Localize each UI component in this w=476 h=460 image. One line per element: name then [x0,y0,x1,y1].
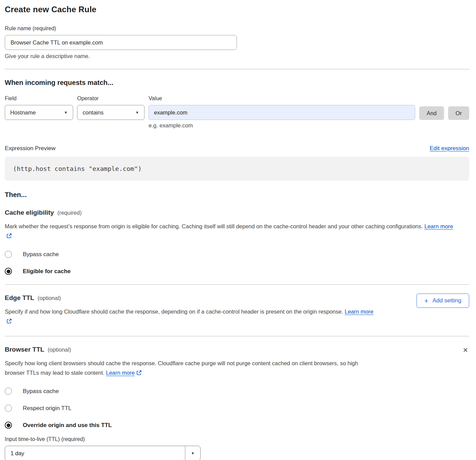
match-condition-row: Field Hostname ▼ Operator contains ▼ Val… [5,95,469,120]
cache-eligibility-required-tag: (required) [57,210,82,216]
radio-button-icon[interactable] [5,405,12,412]
browser-ttl-description-text: Specify how long client browsers should … [5,360,358,376]
radio-option-label: Bypass cache [23,251,59,258]
radio-option-label: Bypass cache [23,388,59,395]
section-divider [5,69,469,69]
browser-ttl-learn-more-link[interactable]: Learn more [106,370,135,376]
cache-eligibility-description-text: Mark whether the request’s response from… [5,223,423,229]
radio-option-bypass-cache[interactable]: Bypass cache [5,388,469,395]
operator-label: Operator [77,95,144,102]
radio-button-selected-icon[interactable] [5,422,12,429]
value-helper: e.g. example.com [149,122,469,129]
match-heading: When incoming requests match... [5,79,469,87]
rule-name-input[interactable] [5,35,237,50]
external-link-icon [6,232,12,241]
cache-eligibility-radio-group: Bypass cache Eligible for cache [5,251,469,275]
external-link-icon [6,317,12,326]
edge-ttl-description-text: Specify if and how long Cloudflare shoul… [5,308,343,315]
ttl-label: Input time-to-live (TTL) (required) [5,436,469,442]
operator-select-value: contains [83,109,103,116]
field-label: Field [5,95,73,102]
ttl-select-value: 1 day [5,446,185,460]
section-divider [5,336,469,336]
chevron-down-icon: ▼ [64,111,68,114]
edge-ttl-description: Specify if and how long Cloudflare shoul… [5,307,380,326]
radio-button-icon[interactable] [5,388,12,395]
rule-name-helper: Give your rule a descriptive name. [5,53,469,59]
browser-ttl-radio-group: Bypass cache Respect origin TTL Override… [5,388,469,429]
expression-preview-label: Expression Preview [5,145,55,152]
add-setting-button[interactable]: + Add setting [417,294,469,308]
edge-ttl-learn-more-link[interactable]: Learn more [345,308,373,315]
page-title: Create new Cache Rule [5,5,469,14]
radio-option-label: Override origin and use this TTL [23,422,112,429]
radio-button-icon[interactable] [5,251,12,258]
edge-ttl-section: Edge TTL (optional) Specify if and how l… [5,294,469,326]
browser-ttl-optional-tag: (optional) [48,347,71,353]
radio-option-bypass-cache[interactable]: Bypass cache [5,251,469,258]
or-button[interactable]: Or [448,106,469,120]
rule-name-section: Rule name (required) Give your rule a de… [5,25,469,59]
value-label: Value [149,95,415,102]
chevron-down-glyph: ▼ [191,452,195,455]
browser-ttl-title: Browser TTL [5,346,44,353]
radio-option-label: Respect origin TTL [23,405,71,412]
expression-code-block: (http.host contains "example.com") [5,157,469,181]
radio-button-selected-icon[interactable] [5,268,12,275]
plus-icon: + [424,297,428,304]
value-input[interactable] [149,105,415,120]
close-icon[interactable]: ✕ [462,347,469,354]
chevron-down-icon[interactable]: ▼ [185,446,200,460]
ttl-select[interactable]: 1 day ▼ [5,446,201,460]
radio-option-override-origin-ttl[interactable]: Override origin and use this TTL [5,422,469,429]
and-button[interactable]: And [419,106,444,120]
operator-select[interactable]: contains ▼ [77,105,144,120]
section-divider [5,284,469,285]
expression-header: Expression Preview Edit expression [5,145,469,152]
cache-eligibility-title: Cache eligibility [5,209,54,216]
edge-ttl-title: Edge TTL [5,294,34,302]
chevron-down-icon: ▼ [135,111,139,114]
radio-option-eligible-for-cache[interactable]: Eligible for cache [5,268,469,275]
external-link-icon [136,369,142,378]
then-heading: Then... [5,191,469,199]
field-select-value: Hostname [10,109,36,116]
edge-ttl-optional-tag: (optional) [38,295,61,301]
field-select[interactable]: Hostname ▼ [5,105,73,120]
browser-ttl-description: Specify how long client browsers should … [5,358,375,378]
radio-option-respect-origin-ttl[interactable]: Respect origin TTL [5,405,469,412]
cache-eligibility-description: Mark whether the request’s response from… [5,222,459,241]
edit-expression-link[interactable]: Edit expression [430,145,469,152]
add-setting-label: Add setting [432,297,461,304]
rule-name-label: Rule name (required) [5,25,469,32]
browser-ttl-section: ✕ Browser TTL (optional) Specify how lon… [5,346,469,460]
cache-eligibility-learn-more-link[interactable]: Learn more [424,223,453,229]
radio-option-label: Eligible for cache [23,268,71,275]
expression-code: (http.host contains "example.com") [13,165,142,172]
cache-eligibility-section: Cache eligibility (required) Mark whethe… [5,209,469,275]
